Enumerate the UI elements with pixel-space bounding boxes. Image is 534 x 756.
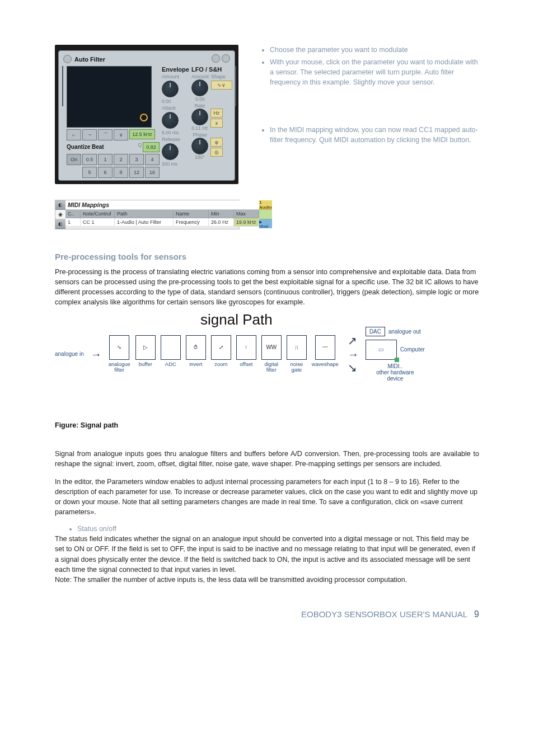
lfo-x-toggle[interactable]: x <box>210 119 223 128</box>
node-zoom: ⤢ <box>211 335 231 360</box>
status-bullet-list: Status on/off <box>55 525 479 533</box>
para-status-note: Note: The smaller the number of active i… <box>55 575 479 585</box>
col-max: Max <box>234 210 259 218</box>
qb-8[interactable]: 8 <box>114 167 128 178</box>
lfo-amount-knob[interactable] <box>191 79 208 96</box>
col-min: Min <box>209 210 234 218</box>
lfo-amount-val: 0.00 <box>195 96 205 102</box>
midi-icon[interactable]: ◉ <box>55 210 65 219</box>
cap-offset: offset <box>240 361 252 367</box>
lfo-heading: LFO / S&H <box>191 66 232 73</box>
qb-0p5[interactable]: 0.5 <box>82 154 97 165</box>
device-enable-icon[interactable] <box>63 55 72 63</box>
qb-2[interactable]: 2 <box>114 154 128 165</box>
signal-path-figure: signal Path analogue in → ∿analogue filt… <box>55 327 479 411</box>
analogue-out-label: analogue out <box>388 328 421 335</box>
hp-icon[interactable]: ¬ <box>82 129 97 140</box>
midi-out-label: MIDI.. other hardware device <box>366 363 425 382</box>
filter-handle-icon[interactable] <box>140 114 148 121</box>
hot-swap-icon[interactable] <box>212 54 220 63</box>
env-amount-knob[interactable] <box>162 81 179 97</box>
arrow-down-icon: ↘ <box>348 362 359 373</box>
qb-6[interactable]: 6 <box>98 167 113 178</box>
midi-mappings-panel: ◐ ◉ ◐ MIDI Mappings C.. Note/Control Pat… <box>55 200 240 229</box>
env-attack-knob[interactable] <box>162 112 179 129</box>
lfo-column: LFO / S&H Amount 0.00 Shape ∿∨ <box>191 66 232 178</box>
env-release-label: Release <box>162 137 189 142</box>
mappings-left-icons: ◐ ◉ ◐ <box>55 200 65 229</box>
note-midi-mapping: In the MIDI mapping window, you can now … <box>270 125 479 145</box>
left-slider[interactable] <box>62 66 63 106</box>
signal-outputs: DAC analogue out ▭ Computer MIDI.. other… <box>366 327 425 382</box>
node-invert: ⥀ <box>186 335 206 360</box>
arrow-up-icon: ↗ <box>348 335 359 346</box>
qb-5[interactable]: 5 <box>82 167 97 178</box>
filter-block: ⌐ ¬ ⌒ ∨ 12.5 kHz Quantize Beat Q 0.82 <box>67 66 160 178</box>
qb-4[interactable]: 4 <box>145 154 160 165</box>
qb-on[interactable]: On <box>67 154 81 165</box>
cap-zoom: zoom <box>214 361 227 367</box>
auto-filter-window: Auto Filter <box>55 45 238 184</box>
q-label: Q <box>138 142 142 152</box>
right-column: Choose the parameter you want to modulat… <box>260 45 479 229</box>
freq-value[interactable]: 12.5 kHz <box>129 129 155 139</box>
env-release-knob[interactable] <box>162 143 179 160</box>
col-name: Name <box>174 210 209 218</box>
filter-graph[interactable] <box>67 66 152 128</box>
section-heading: Pre-processing tools for sensors <box>55 252 479 261</box>
bp-icon[interactable]: ⌒ <box>98 129 113 140</box>
node-waveshape: 〰 <box>315 335 335 360</box>
lfo-rate-knob[interactable] <box>191 109 208 125</box>
cell-min: 26.0 Hz <box>209 218 234 227</box>
node-analogue-filter: ∿ <box>109 335 129 360</box>
lfo-hz-toggle[interactable]: Hz <box>210 109 223 118</box>
plugin-body: ⌐ ¬ ⌒ ∨ 12.5 kHz Quantize Beat Q 0.82 <box>61 66 232 178</box>
lp-icon[interactable]: ⌐ <box>67 129 81 140</box>
mappings-table: MIDI Mappings C.. Note/Control Path Name… <box>65 200 259 229</box>
lfo-phase-knob[interactable] <box>191 138 208 154</box>
mappings-header: C.. Note/Control Path Name Min Max <box>65 210 259 218</box>
cell-name: Frequency <box>174 218 209 227</box>
node-digital-filter: WW <box>261 335 282 360</box>
qb-row-2: 5 6 8 12 16 <box>67 167 160 178</box>
save-preset-icon[interactable] <box>222 54 230 63</box>
right-slider[interactable] <box>235 66 236 106</box>
lfo-phi-toggle[interactable]: φ <box>210 138 223 147</box>
cap-waveshape: waveshape <box>312 361 339 367</box>
auto-filter-panel[interactable]: Auto Filter <box>58 50 235 181</box>
env-attack-val: 6.00 ms <box>162 130 189 135</box>
node-noise-gate: ⎍ <box>287 335 307 360</box>
cap-noise-gate: noise gate <box>290 361 303 373</box>
page: Auto Filter <box>0 0 534 642</box>
cell-channel: 1 <box>65 218 81 227</box>
node-buffer: ▷ <box>135 335 156 360</box>
io-icon[interactable]: ◐ <box>55 200 65 210</box>
figure-caption: Figure: Signal path <box>55 421 118 429</box>
notch-icon[interactable]: ∨ <box>114 129 128 140</box>
note-click-param: With your mouse, click on the parameter … <box>270 57 479 87</box>
qb-12[interactable]: 12 <box>129 167 144 178</box>
lfo-shape-selector[interactable]: ∿∨ <box>211 81 232 90</box>
footer-title: EOBODY3 SENSORBOX USER'S MANUAL <box>301 609 467 619</box>
lfo-rate-val: 0.11 Hz <box>191 125 208 131</box>
lfo-shape-label: Shape <box>211 74 232 79</box>
col-note: Note/Control <box>81 210 115 218</box>
filter-type-row: ⌐ ¬ ⌒ ∨ 12.5 kHz <box>67 129 160 140</box>
audio-icon[interactable]: ◐ <box>55 219 65 229</box>
plugin-title-bar: Auto Filter <box>61 53 232 66</box>
env-release-val: 200 ms <box>162 161 189 167</box>
qb-3[interactable]: 3 <box>129 154 144 165</box>
q-value[interactable]: 0.82 <box>143 142 160 152</box>
analogue-in-label: analogue in <box>55 351 84 357</box>
mapping-note-list: In the MIDI mapping window, you can now … <box>260 125 479 145</box>
mapping-row[interactable]: 1 CC 1 1-Audio | Auto Filter Frequency 2… <box>65 218 259 227</box>
qb-16[interactable]: 16 <box>145 167 160 178</box>
top-notes-list: Choose the parameter you want to modulat… <box>260 45 479 88</box>
env-amount-label: Amount <box>162 74 189 79</box>
dac-box: DAC <box>366 327 385 336</box>
cap-invert: invert <box>189 361 202 367</box>
signal-chain: ∿analogue filter ▷buffer ADC ⥀invert ⤢zo… <box>109 335 339 373</box>
lfo-spin-toggle[interactable]: ◎ <box>210 148 223 157</box>
node-adc <box>161 335 181 360</box>
qb-1[interactable]: 1 <box>98 154 113 165</box>
